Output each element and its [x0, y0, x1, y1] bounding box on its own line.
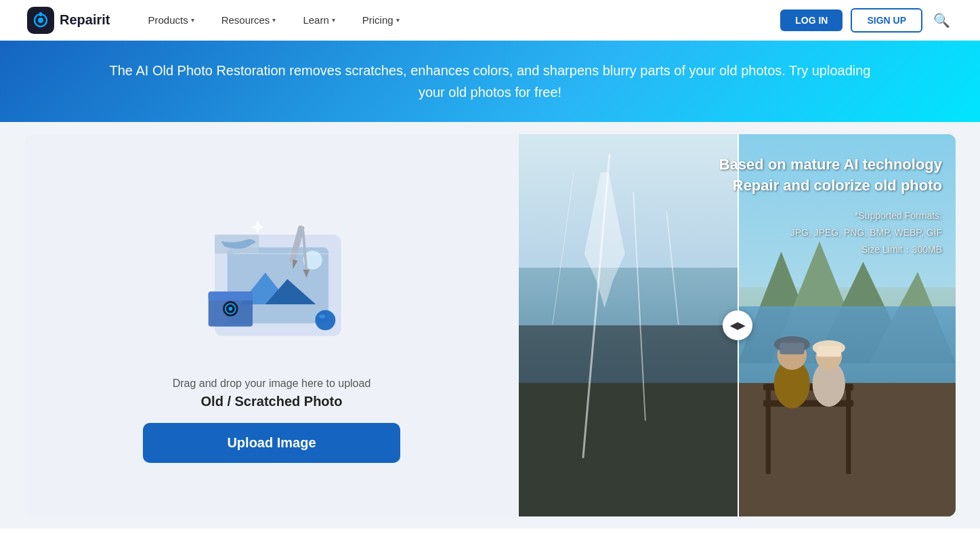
svg-rect-3 [39, 12, 42, 16]
logo-text: Repairit [60, 12, 110, 28]
header-actions: LOG IN SIGN UP 🔍 [780, 8, 953, 33]
overlay-formats: *Supported Formats: JPG, JPEG, PNG, BMP,… [719, 207, 942, 259]
drag-drop-text: Drag and drop your image here to upload [173, 378, 371, 390]
logo[interactable]: Repairit [27, 7, 110, 34]
banner-text: The AI Old Photo Restoration removes scr… [84, 60, 897, 103]
svg-rect-25 [763, 401, 853, 407]
nav-learn[interactable]: Learn ▾ [292, 9, 345, 31]
svg-rect-28 [846, 384, 851, 474]
main-nav: Products ▾ Resources ▾ Learn ▾ Pricing ▾ [137, 9, 780, 31]
search-button[interactable]: 🔍 [931, 9, 953, 31]
header: Repairit Products ▾ Resources ▾ Learn ▾ … [0, 0, 980, 41]
upload-image-button[interactable]: Upload Image [143, 423, 400, 463]
svg-rect-13 [209, 291, 253, 300]
nav-resources[interactable]: Resources ▾ [211, 9, 287, 31]
login-button[interactable]: LOG IN [780, 9, 843, 31]
overlay-title: Based on mature AI technology Repair and… [719, 155, 942, 197]
logo-icon [27, 7, 54, 34]
overlay-text-panel: Based on mature AI technology Repair and… [719, 155, 942, 258]
comparison-slider-button[interactable]: ◀▶ [723, 310, 752, 340]
pricing-chevron-icon: ▾ [396, 16, 400, 24]
search-icon: 🔍 [933, 13, 950, 28]
resources-chevron-icon: ▾ [272, 16, 276, 24]
svg-point-2 [38, 18, 43, 23]
svg-point-17 [315, 310, 335, 330]
old-photo [519, 134, 738, 516]
svg-point-16 [229, 307, 233, 311]
promo-banner: The AI Old Photo Restoration removes scr… [0, 41, 980, 122]
upload-illustration [170, 188, 373, 364]
svg-rect-32 [780, 343, 804, 354]
slider-arrows-icon: ◀▶ [730, 320, 745, 331]
nav-pricing[interactable]: Pricing ▾ [351, 9, 410, 31]
learn-chevron-icon: ▾ [332, 16, 335, 24]
svg-point-18 [319, 314, 325, 319]
upload-text-area: Drag and drop your image here to upload … [173, 378, 371, 409]
upload-panel: Drag and drop your image here to upload … [24, 134, 519, 516]
products-chevron-icon: ▾ [191, 16, 194, 24]
svg-rect-36 [816, 346, 840, 357]
before-after-panel: ◀▶ Based on mature AI technology Repair … [519, 134, 956, 516]
signup-button[interactable]: SIGN UP [851, 8, 922, 33]
svg-rect-27 [765, 384, 770, 474]
comparison-image: ◀▶ Based on mature AI technology Repair … [519, 134, 956, 516]
main-content: Drag and drop your image here to upload … [0, 122, 980, 529]
nav-products[interactable]: Products ▾ [137, 9, 205, 31]
photo-type-text: Old / Scratched Photo [173, 394, 371, 409]
